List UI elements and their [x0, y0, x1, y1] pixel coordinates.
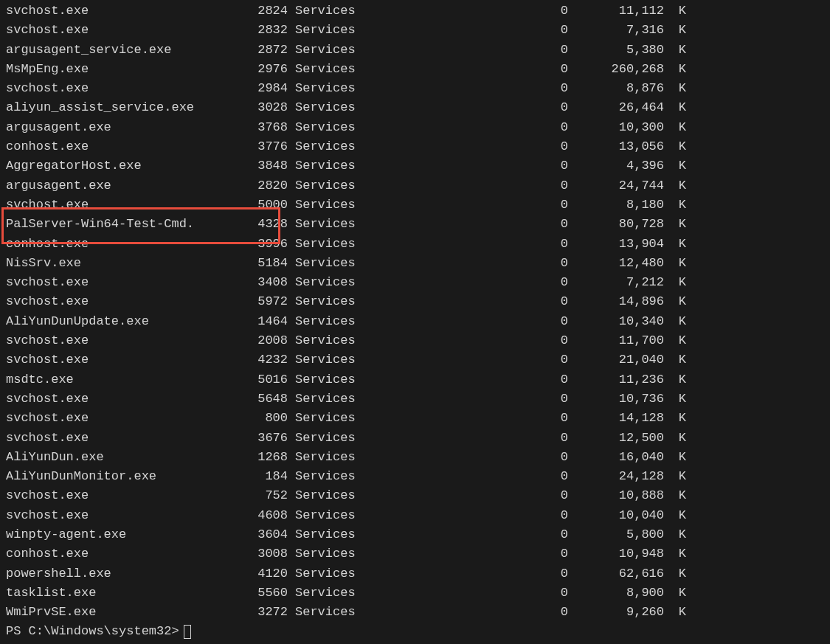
process-row: winpty-agent.exe3604Services05,800K: [6, 525, 824, 544]
process-memory-unit: K: [664, 409, 686, 428]
process-pid: 3604: [221, 525, 295, 544]
process-memory-unit: K: [664, 156, 686, 176]
process-pid: 3768: [221, 118, 295, 137]
process-memory-unit: K: [664, 331, 686, 350]
process-pid: 4608: [221, 506, 295, 525]
process-session-number: 0: [369, 564, 568, 584]
process-session: Services: [295, 137, 369, 156]
prompt-line[interactable]: PS C:\Windows\system32>: [6, 623, 824, 642]
process-memory: 13,056: [568, 137, 664, 156]
process-row: argusagent.exe3768Services010,300K: [6, 118, 824, 137]
process-pid: 4328: [221, 215, 295, 234]
process-session: Services: [295, 292, 369, 311]
process-session-number: 0: [369, 215, 568, 234]
process-name: WmiPrvSE.exe: [6, 603, 221, 622]
process-session-number: 0: [369, 21, 568, 40]
process-memory: 10,340: [568, 312, 664, 331]
process-pid: 752: [221, 486, 295, 505]
process-session: Services: [295, 603, 369, 622]
process-name: svchost.exe: [6, 273, 221, 292]
process-memory: 8,180: [568, 195, 664, 215]
process-name: svchost.exe: [6, 389, 221, 409]
process-name: svchost.exe: [6, 350, 221, 370]
process-session: Services: [295, 79, 369, 98]
process-session: Services: [295, 448, 369, 467]
process-row: powershell.exe4120Services062,616K: [6, 564, 824, 584]
process-session: Services: [295, 486, 369, 505]
process-memory-unit: K: [664, 603, 686, 622]
process-name: tasklist.exe: [6, 584, 221, 603]
process-row: svchost.exe2832Services07,316K: [6, 21, 824, 40]
process-session-number: 0: [369, 603, 568, 622]
process-memory-unit: K: [664, 273, 686, 292]
process-row: tasklist.exe5560Services08,900K: [6, 584, 824, 603]
process-session-number: 0: [369, 41, 568, 60]
process-row: conhost.exe3776Services013,056K: [6, 137, 824, 156]
process-row: AliYunDunUpdate.exe1464Services010,340K: [6, 312, 824, 331]
process-name: conhost.exe: [6, 235, 221, 254]
process-session-number: 0: [369, 79, 568, 98]
process-session-number: 0: [369, 137, 568, 156]
process-memory-unit: K: [664, 584, 686, 603]
process-memory-unit: K: [664, 525, 686, 544]
process-name: powershell.exe: [6, 564, 221, 584]
process-session-number: 0: [369, 312, 568, 331]
process-memory-unit: K: [664, 21, 686, 40]
process-row: NisSrv.exe5184Services012,480K: [6, 254, 824, 273]
process-memory: 7,212: [568, 273, 664, 292]
process-name: conhost.exe: [6, 137, 221, 156]
process-session-number: 0: [369, 486, 568, 505]
process-pid: 2984: [221, 79, 295, 98]
process-session: Services: [295, 429, 369, 448]
process-pid: 1464: [221, 312, 295, 331]
process-name: svchost.exe: [6, 486, 221, 505]
process-name: AliYunDun.exe: [6, 448, 221, 467]
process-name: AliYunDunMonitor.exe: [6, 467, 221, 486]
process-row: svchost.exe3676Services012,500K: [6, 429, 824, 448]
process-session: Services: [295, 215, 369, 234]
process-session: Services: [295, 21, 369, 40]
process-pid: 2824: [221, 1, 295, 21]
process-memory: 8,900: [568, 584, 664, 603]
process-memory: 5,380: [568, 41, 664, 60]
process-memory-unit: K: [664, 118, 686, 137]
process-session: Services: [295, 564, 369, 584]
process-session-number: 0: [369, 350, 568, 370]
process-memory: 24,744: [568, 176, 664, 195]
process-row: svchost.exe5648Services010,736K: [6, 389, 824, 409]
process-memory: 10,300: [568, 118, 664, 137]
process-memory-unit: K: [664, 215, 686, 234]
process-name: argusagent_service.exe: [6, 41, 221, 60]
process-session: Services: [295, 584, 369, 603]
process-pid: 3028: [221, 98, 295, 117]
process-memory-unit: K: [664, 312, 686, 331]
process-session-number: 0: [369, 584, 568, 603]
process-session-number: 0: [369, 409, 568, 428]
process-pid: 3996: [221, 235, 295, 254]
process-session-number: 0: [369, 525, 568, 544]
process-row: svchost.exe3408Services07,212K: [6, 273, 824, 292]
process-memory: 10,736: [568, 389, 664, 409]
process-memory-unit: K: [664, 195, 686, 215]
process-session-number: 0: [369, 467, 568, 486]
process-row: svchost.exe752Services010,888K: [6, 486, 824, 505]
process-memory-unit: K: [664, 448, 686, 467]
process-memory-unit: K: [664, 60, 686, 79]
process-memory: 80,728: [568, 215, 664, 234]
process-pid: 2976: [221, 60, 295, 79]
process-session: Services: [295, 370, 369, 389]
process-row: AliYunDunMonitor.exe184Services024,128K: [6, 467, 824, 486]
process-memory: 5,800: [568, 525, 664, 544]
terminal-output[interactable]: svchost.exe2824Services011,112Ksvchost.e…: [0, 0, 830, 643]
process-session: Services: [295, 118, 369, 137]
process-row: argusagent_service.exe2872Services05,380…: [6, 41, 824, 60]
process-pid: 5648: [221, 389, 295, 409]
process-pid: 2820: [221, 176, 295, 195]
process-memory: 14,128: [568, 409, 664, 428]
process-row: AggregatorHost.exe3848Services04,396K: [6, 156, 824, 176]
process-row: svchost.exe5000Services08,180K: [6, 195, 824, 215]
process-row: argusagent.exe2820Services024,744K: [6, 176, 824, 195]
process-name: argusagent.exe: [6, 118, 221, 137]
process-memory-unit: K: [664, 79, 686, 98]
process-session: Services: [295, 273, 369, 292]
